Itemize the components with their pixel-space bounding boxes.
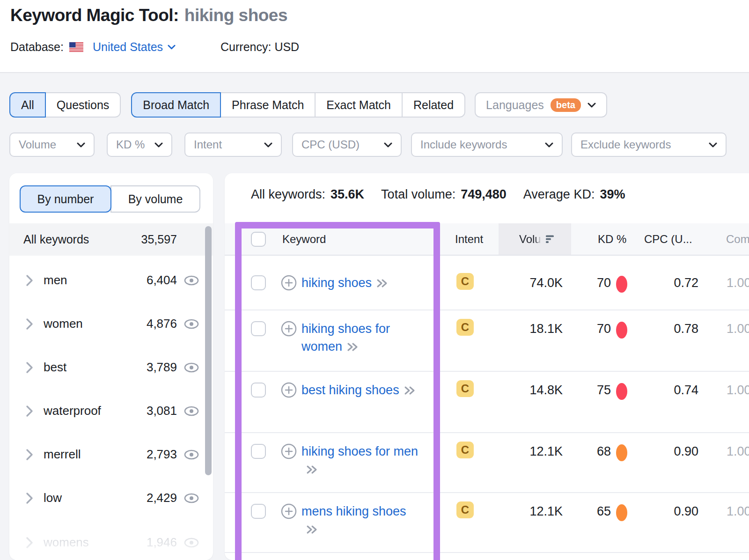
chevron-down-icon (264, 142, 272, 147)
languages-dropdown[interactable]: Languages beta (475, 92, 607, 118)
group-label: merrell (44, 447, 81, 462)
eye-icon[interactable] (184, 449, 199, 460)
sidebar-group-women[interactable]: women 4,876 (9, 302, 213, 346)
column-header-cpc[interactable]: CPC (U... (644, 223, 692, 255)
sort-descending-icon[interactable] (546, 235, 556, 243)
currency-text: Currency: USD (220, 40, 299, 54)
intent-badge: C (456, 442, 474, 458)
chevron-right-icon[interactable] (26, 361, 33, 374)
kd-filter[interactable]: KD % (107, 133, 172, 157)
eye-icon[interactable] (184, 537, 199, 548)
chevron-down-icon (587, 103, 596, 108)
tab-questions[interactable]: Questions (45, 92, 121, 118)
chevron-down-icon (545, 142, 553, 147)
average-kd-label: Average KD: (523, 187, 595, 202)
competition-value: 1.00 (727, 443, 749, 460)
chevron-down-icon (154, 142, 163, 147)
search-query: hiking shoes (184, 6, 287, 25)
intent-filter[interactable]: Intent (184, 133, 282, 157)
sidebar-group-best[interactable]: best 3,789 (9, 346, 213, 389)
tab-all[interactable]: All (9, 92, 46, 118)
sidebar-group-low[interactable]: low 2,429 (9, 476, 213, 520)
eye-icon[interactable] (184, 318, 199, 330)
eye-icon[interactable] (184, 493, 199, 504)
tab-phrase-match[interactable]: Phrase Match (220, 92, 316, 118)
tool-name: Keyword Magic Tool: (10, 6, 179, 25)
open-keyword-icon[interactable] (346, 342, 359, 352)
kd-difficulty-dot (616, 322, 627, 339)
eye-icon[interactable] (184, 362, 199, 373)
open-keyword-icon[interactable] (306, 524, 318, 535)
group-count: 1,946 (147, 535, 177, 550)
group-label: womens (44, 535, 89, 550)
database-row: Database: United States Currency: USD (10, 40, 299, 54)
sidebar-group-womens[interactable]: womens 1,946 (9, 521, 213, 560)
eye-icon[interactable] (184, 405, 199, 417)
match-tab-group: Broad Match Phrase Match Exact Match Rel… (131, 92, 465, 118)
include-keywords-filter[interactable]: Include keywords (411, 133, 563, 157)
table-row: hiking shoes for men C 12.1K 68 0.90 1.0… (225, 432, 749, 492)
tab-related[interactable]: Related (402, 92, 465, 118)
chevron-right-icon[interactable] (26, 318, 33, 330)
tab-exact-match[interactable]: Exact Match (315, 92, 403, 118)
sidebar-view-toggle: By number By volume (20, 185, 200, 213)
intent-badge: C (456, 380, 474, 397)
column-header-intent[interactable]: Intent (455, 223, 483, 255)
kd-value: 68 (573, 443, 611, 460)
open-keyword-icon[interactable] (306, 464, 318, 475)
sidebar-scrollbar[interactable] (205, 226, 212, 475)
average-kd-value: 39% (600, 187, 625, 202)
page-title: Keyword Magic Tool:hiking shoes (10, 6, 287, 25)
by-volume-toggle[interactable]: By volume (110, 185, 200, 213)
chevron-down-icon (77, 142, 85, 147)
cpc-value: 0.74 (637, 382, 698, 398)
exclude-keywords-filter[interactable]: Exclude keywords (571, 133, 727, 157)
kd-value: 70 (573, 274, 611, 291)
beta-badge: beta (551, 98, 581, 112)
total-volume-value: 749,480 (461, 187, 507, 202)
all-keywords-value: 35.6K (330, 187, 364, 202)
volume-value: 14.8K (487, 382, 563, 398)
kd-value: 75 (573, 382, 611, 398)
group-count: 2,429 (147, 491, 177, 505)
select-all-checkbox[interactable] (251, 232, 266, 247)
intent-badge: C (456, 501, 474, 518)
chevron-right-icon[interactable] (26, 274, 33, 287)
chevron-right-icon[interactable] (26, 492, 33, 504)
table-row-partial (225, 552, 749, 560)
keyword-groups-panel: By number By volume All keywords 35,597 … (9, 173, 213, 560)
sidebar-group-merrell[interactable]: merrell 2,793 (9, 433, 213, 476)
cpc-filter[interactable]: CPC (USD) (292, 133, 402, 157)
cpc-value: 0.90 (637, 443, 698, 460)
column-header-keyword[interactable]: Keyword (282, 223, 326, 255)
tab-broad-match[interactable]: Broad Match (131, 92, 221, 118)
volume-filter[interactable]: Volume (9, 133, 95, 157)
kd-difficulty-dot (616, 276, 627, 293)
page-header: Keyword Magic Tool:hiking shoes Database… (0, 0, 749, 73)
competition-value: 1.00 (727, 274, 749, 291)
sidebar-group-men[interactable]: men 6,404 (9, 258, 213, 302)
kd-difficulty-dot (616, 444, 627, 461)
volume-value: 18.1K (487, 320, 563, 337)
chevron-right-icon[interactable] (26, 405, 33, 417)
eye-icon[interactable] (184, 275, 199, 286)
all-keywords-group[interactable]: All keywords 35,597 (9, 223, 213, 256)
by-number-toggle[interactable]: By number (20, 185, 111, 213)
intent-badge: C (456, 273, 474, 290)
chevron-down-icon (384, 142, 392, 147)
column-header-competition[interactable]: Com (726, 223, 749, 255)
group-label: best (44, 360, 66, 375)
group-label: low (44, 491, 62, 505)
sidebar-group-waterproof[interactable]: waterproof 3,081 (9, 389, 213, 433)
group-label: men (44, 273, 67, 287)
column-header-volume[interactable]: Volu (519, 223, 541, 255)
database-selector[interactable]: United States (69, 40, 176, 54)
summary-bar: All keywords:35.6K Total volume:749,480 … (251, 187, 642, 202)
keywords-table-panel: All keywords:35.6K Total volume:749,480 … (225, 173, 749, 560)
volume-value: 12.1K (487, 503, 563, 520)
kd-value: 70 (573, 320, 611, 337)
intent-badge: C (456, 319, 474, 336)
column-header-kd[interactable]: KD % (598, 223, 626, 255)
chevron-right-icon[interactable] (26, 537, 33, 549)
chevron-right-icon[interactable] (26, 449, 33, 461)
